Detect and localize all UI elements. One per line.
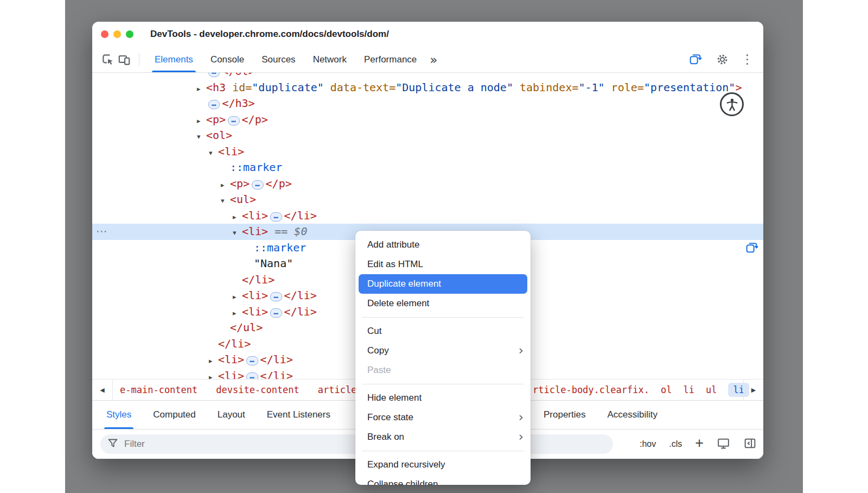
- expander-open-icon[interactable]: ▾: [197, 129, 206, 145]
- submenu-chevron-icon: ›: [519, 407, 524, 427]
- inline-expand-button[interactable]: …: [246, 356, 258, 365]
- expander-collapsed-icon[interactable]: ▸: [233, 305, 242, 321]
- accessibility-overlay-icon[interactable]: [720, 92, 744, 116]
- device-toolbar-icon[interactable]: [116, 52, 132, 68]
- menu-item-edit-as-html[interactable]: Edit as HTML: [355, 255, 531, 274]
- devtools-toolbar: ElementsConsoleSourcesNetworkPerformance…: [92, 47, 763, 73]
- sidebar-tab-event-listeners[interactable]: Event Listeners: [256, 401, 341, 429]
- menu-item-hide-element[interactable]: Hide element: [355, 388, 531, 408]
- dom-tree-row[interactable]: ▾<ol>: [92, 128, 763, 144]
- inline-expand-button[interactable]: …: [208, 100, 220, 109]
- token-tag: </ul>: [230, 321, 263, 334]
- breadcrumb-item-ul[interactable]: ul: [706, 384, 717, 395]
- dom-tree-row[interactable]: ▸<p>…</p>: [92, 176, 763, 192]
- row-actions-icon[interactable]: ⋯: [96, 224, 107, 240]
- active-tab-indicator: [152, 71, 196, 72]
- token-tag: >: [735, 81, 742, 94]
- toolbar-right-group: ⋮: [687, 52, 756, 68]
- filter-input[interactable]: [123, 438, 299, 450]
- dom-tree-row[interactable]: …</ol>: [92, 73, 763, 80]
- display-icon[interactable]: [717, 437, 730, 452]
- expander-collapsed-icon[interactable]: ▸: [209, 353, 218, 369]
- zoom-window-button[interactable]: [126, 30, 133, 38]
- more-options-icon[interactable]: ⋮: [741, 53, 754, 66]
- tab-sources[interactable]: Sources: [253, 47, 304, 72]
- token-tag: </li>: [284, 209, 317, 222]
- breadcrumb-scroll-right-button[interactable]: ▶: [743, 380, 763, 400]
- menu-item-collapse-children[interactable]: Collapse children: [355, 475, 531, 485]
- inline-expand-button[interactable]: …: [246, 372, 258, 380]
- menu-item-copy[interactable]: Copy›: [355, 341, 531, 361]
- breadcrumb-item-ol[interactable]: ol: [661, 384, 672, 395]
- token-pseudo: ::marker: [254, 241, 306, 254]
- token-tag: <li>: [242, 225, 268, 238]
- breadcrumb-item-e-main-content[interactable]: e-main-content: [120, 384, 197, 395]
- token-tag: <h3: [206, 81, 226, 94]
- tab-network[interactable]: Network: [304, 47, 355, 72]
- menu-item-delete-element[interactable]: Delete element: [355, 294, 531, 313]
- token-tag: </li>: [284, 305, 317, 318]
- inline-expand-button[interactable]: …: [228, 116, 239, 125]
- tab-console[interactable]: Console: [202, 47, 253, 72]
- inspect-element-icon[interactable]: [100, 52, 116, 68]
- menu-separator: [362, 384, 524, 384]
- inline-expand-button[interactable]: …: [270, 292, 282, 301]
- duplicate-element-feature-icon[interactable]: [687, 52, 703, 68]
- breadcrumb-item-article[interactable]: article: [318, 384, 357, 395]
- minimize-window-button[interactable]: [113, 30, 121, 38]
- breadcrumb-item-rticle-body-clearfix[interactable]: rticle-body.clearfix.: [533, 384, 649, 395]
- close-window-button[interactable]: [101, 30, 108, 38]
- token-tag: <ul>: [230, 193, 256, 206]
- inline-expand-button[interactable]: …: [252, 180, 263, 189]
- expander-collapsed-icon[interactable]: ▸: [233, 289, 242, 305]
- dom-tree-row[interactable]: ▾<ul>: [92, 192, 763, 208]
- token-val: "duplicate": [252, 81, 323, 94]
- settings-gear-icon[interactable]: [714, 52, 730, 68]
- menu-item-cut[interactable]: Cut: [355, 321, 531, 341]
- menu-separator: [362, 451, 524, 451]
- more-tabs-button[interactable]: »: [430, 53, 437, 67]
- expander-open-icon[interactable]: ▾: [221, 193, 230, 209]
- element-classes-button[interactable]: .cls: [669, 439, 682, 449]
- expander-collapsed-icon[interactable]: ▸: [197, 113, 206, 129]
- menu-item-force-state[interactable]: Force state›: [355, 408, 531, 427]
- token-tag: <p>: [230, 177, 250, 190]
- menu-item-break-on[interactable]: Break on›: [355, 427, 531, 447]
- expander-open-icon[interactable]: ▾: [209, 145, 218, 161]
- sidebar-tab-layout[interactable]: Layout: [207, 401, 256, 429]
- token-tag: </p>: [266, 177, 292, 190]
- dom-tree-row[interactable]: ▸<p>…</p>: [92, 112, 763, 128]
- toggle-sidebar-icon[interactable]: [743, 437, 757, 452]
- inline-expand-button[interactable]: …: [208, 73, 220, 77]
- sidebar-tab-accessibility[interactable]: Accessibility: [596, 401, 668, 429]
- inline-expand-button[interactable]: …: [270, 212, 282, 222]
- sidebar-tab-properties[interactable]: Properties: [533, 401, 596, 429]
- expander-collapsed-icon[interactable]: ▸: [233, 209, 242, 225]
- menu-item-add-attribute[interactable]: Add attribute: [355, 235, 531, 255]
- dom-tree-row[interactable]: …</h3>: [92, 96, 763, 112]
- dom-tree-row[interactable]: ▾<li>: [92, 144, 763, 160]
- sidebar-tab-styles[interactable]: Styles: [95, 401, 142, 429]
- dom-tree-row[interactable]: ::marker: [92, 160, 763, 176]
- dom-tree-row[interactable]: ▸<li>…</li>: [92, 208, 763, 224]
- new-style-rule-button[interactable]: +: [695, 435, 704, 452]
- tab-performance[interactable]: Performance: [355, 47, 425, 72]
- expander-collapsed-icon[interactable]: ▸: [209, 369, 218, 380]
- token-attr: tabindex=: [513, 81, 578, 94]
- expander-collapsed-icon[interactable]: ▸: [221, 177, 230, 193]
- token-tag: <ol>: [206, 129, 232, 142]
- menu-item-expand-recursively[interactable]: Expand recursively: [355, 455, 531, 475]
- tab-elements[interactable]: Elements: [146, 47, 202, 72]
- toggle-element-state-button[interactable]: :hov: [640, 439, 656, 449]
- expander-open-icon[interactable]: ▾: [233, 225, 242, 241]
- menu-item-duplicate-element[interactable]: Duplicate element: [359, 274, 527, 294]
- breadcrumb-item-devsite-content[interactable]: devsite-content: [216, 384, 299, 395]
- breadcrumb-item-li[interactable]: li: [683, 384, 694, 395]
- dom-tree-row[interactable]: ▸<h3 id="duplicate" data-text="Duplicate…: [92, 80, 763, 96]
- sidebar-tab-computed[interactable]: Computed: [142, 401, 206, 429]
- token-tag: </ol>: [222, 73, 254, 78]
- breadcrumb-scroll-left-button[interactable]: ◀: [92, 380, 113, 400]
- expander-collapsed-icon[interactable]: ▸: [197, 81, 206, 97]
- inline-expand-button[interactable]: …: [270, 308, 282, 318]
- token-val: "Duplicate a node": [395, 81, 513, 94]
